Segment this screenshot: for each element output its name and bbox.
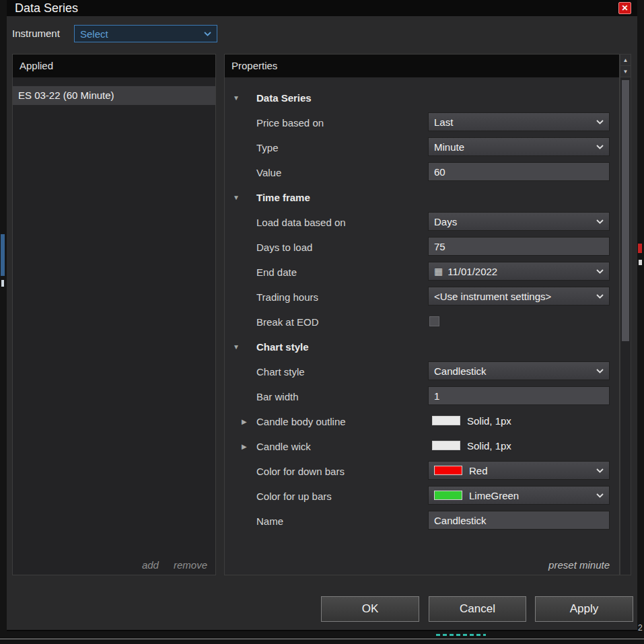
load-data-based-on-dropdown[interactable]: Days [428, 212, 610, 231]
chevron-down-icon [596, 269, 604, 274]
instrument-dropdown[interactable]: Select [74, 25, 217, 42]
section-time-frame[interactable]: ▼ Time frame [225, 184, 619, 209]
properties-panel: Properties ▼ Data Series Price based on … [224, 54, 620, 575]
collapse-triangle-icon: ▼ [233, 94, 240, 101]
prop-row-bar-width: Bar width 1 [225, 384, 619, 408]
close-icon[interactable]: ✕ [618, 2, 631, 14]
prop-label: Candle body outline [256, 415, 346, 427]
preset-minute-link[interactable]: preset minute [548, 559, 610, 571]
prop-row-candle-body-outline: ▶ Candle body outline Solid, 1px [225, 408, 619, 433]
color-for-down-bars-dropdown[interactable]: Red [428, 461, 610, 480]
scrollbar-track[interactable] [620, 77, 631, 575]
ok-button[interactable]: OK [321, 596, 419, 622]
bar-width-input[interactable]: 1 [428, 386, 610, 405]
days-to-load-input[interactable]: 75 [428, 237, 610, 256]
prop-label: Days to load [256, 241, 312, 252]
name-input[interactable]: Candlestick [428, 511, 610, 530]
end-date-picker[interactable]: ▦ 11/01/2022 [428, 262, 610, 281]
field-value: Solid, 1px [467, 440, 511, 452]
candle-wick-editor[interactable]: Solid, 1px [428, 436, 610, 455]
collapse-triangle-icon: ▼ [233, 193, 240, 201]
dialog-title: Data Series [15, 0, 78, 16]
prop-row-type: Type Minute [225, 135, 619, 159]
cancel-button[interactable]: Cancel [429, 596, 526, 622]
candle-body-outline-editor[interactable]: Solid, 1px [428, 411, 610, 430]
prop-label: Load data based on [256, 216, 346, 227]
instrument-value: Select [80, 28, 108, 40]
dropdown-value: <Use instrument settings> [434, 291, 551, 302]
trading-hours-dropdown[interactable]: <Use instrument settings> [428, 287, 610, 306]
value-input[interactable]: 60 [428, 162, 610, 181]
prop-label: Value [256, 166, 281, 178]
screen: 2 Data Series ✕ Instrument Select Applie… [0, 0, 644, 644]
prop-label: Trading hours [256, 291, 318, 302]
field-value: Candlestick [434, 515, 487, 526]
field-value: 60 [434, 166, 445, 178]
price-based-on-dropdown[interactable]: Last [428, 112, 610, 131]
prop-row-name: Name Candlestick [225, 508, 619, 533]
add-link[interactable]: add [142, 559, 159, 571]
prop-row-break-at-eod: Break at EOD [225, 309, 619, 334]
chevron-down-icon [596, 120, 604, 124]
background-chart-fragment [639, 260, 642, 265]
chevron-down-icon [596, 145, 604, 149]
scroll-down-icon[interactable]: ▼ [620, 66, 631, 77]
prop-row-color-for-down-bars: Color for down bars Red [225, 458, 619, 483]
expand-triangle-icon[interactable]: ▶ [242, 442, 247, 450]
background-dashed-line [436, 634, 486, 636]
collapse-triangle-icon: ▼ [233, 343, 240, 350]
prop-label: Candle wick [256, 440, 311, 452]
section-label: Time frame [256, 191, 310, 203]
dropdown-value: Red [469, 465, 488, 476]
prop-label: Color for up bars [256, 490, 332, 501]
data-series-dialog: Data Series ✕ Instrument Select Applied … [7, 0, 637, 631]
scroll-up-icon[interactable]: ▲ [620, 55, 631, 66]
date-value: 11/01/2022 [448, 266, 497, 277]
chevron-down-icon [204, 32, 211, 36]
applied-list-item[interactable]: ES 03-22 (60 Minute) [13, 86, 215, 105]
prop-label: Color for down bars [256, 465, 345, 476]
background-chart-fragment [638, 244, 642, 253]
type-dropdown[interactable]: Minute [428, 137, 610, 156]
prop-row-trading-hours: Trading hours <Use instrument settings> [225, 284, 619, 309]
field-value: 75 [434, 241, 445, 252]
dropdown-value: Minute [434, 141, 464, 153]
prop-label: Price based on [256, 116, 324, 128]
color-swatch [434, 491, 462, 500]
section-label: Chart style [256, 341, 309, 352]
prop-label: Bar width [256, 390, 299, 402]
chart-style-dropdown[interactable]: Candlestick [428, 361, 610, 380]
apply-button[interactable]: Apply [535, 596, 633, 622]
chevron-down-icon [596, 493, 604, 498]
prop-label: End date [256, 266, 297, 277]
prop-label: Break at EOD [256, 316, 319, 327]
scrollbar-thumb[interactable] [622, 80, 629, 341]
calendar-icon: ▦ [434, 266, 443, 277]
chevron-down-icon [596, 369, 604, 373]
chevron-down-icon [596, 294, 604, 299]
prop-row-price-based-on: Price based on Last [225, 110, 619, 135]
section-label: Data Series [256, 92, 312, 103]
prop-row-days-to-load: Days to load 75 [225, 234, 619, 259]
break-at-eod-checkbox[interactable] [429, 316, 439, 326]
expand-triangle-icon[interactable]: ▶ [242, 417, 247, 425]
prop-label: Name [256, 515, 283, 526]
remove-link[interactable]: remove [174, 559, 207, 571]
prop-label: Chart style [256, 365, 305, 377]
section-chart-style[interactable]: ▼ Chart style [225, 334, 619, 359]
chevron-down-icon [596, 219, 604, 224]
background-price-axis-digit: 2 [638, 623, 643, 633]
prop-row-color-for-up-bars: Color for up bars LimeGreen [225, 483, 619, 508]
background-chart-fragment [1, 234, 5, 276]
prop-label: Type [256, 141, 279, 153]
color-swatch [432, 441, 460, 450]
dialog-titlebar[interactable]: Data Series ✕ [7, 0, 637, 16]
color-for-up-bars-dropdown[interactable]: LimeGreen [428, 486, 610, 505]
prop-row-candle-wick: ▶ Candle wick Solid, 1px [225, 433, 619, 458]
color-swatch [432, 416, 460, 425]
chevron-down-icon [596, 468, 604, 473]
instrument-label: Instrument [12, 25, 60, 42]
section-data-series[interactable]: ▼ Data Series [225, 85, 619, 110]
prop-row-end-date: End date ▦ 11/01/2022 [225, 259, 619, 284]
dropdown-value: Days [434, 216, 457, 227]
